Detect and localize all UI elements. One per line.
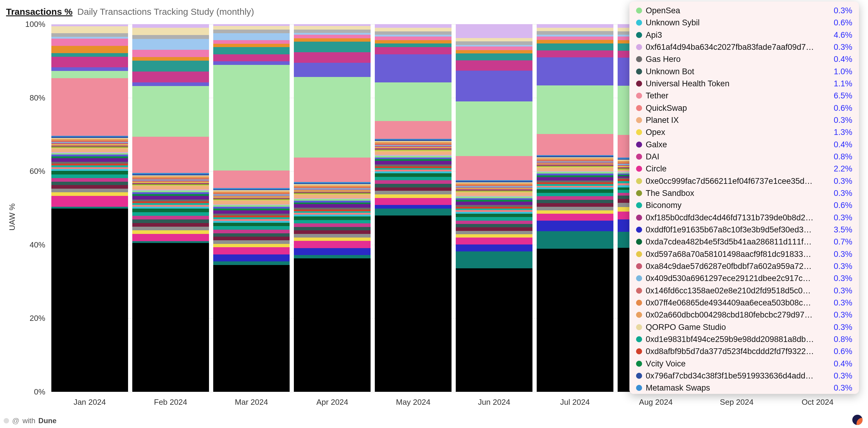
bar-segment[interactable]: [456, 268, 532, 392]
bar-segment[interactable]: [213, 261, 290, 265]
bar-segment[interactable]: [456, 38, 532, 41]
bar-segment[interactable]: [51, 67, 128, 71]
bar-segment[interactable]: [375, 188, 452, 191]
bar-segment[interactable]: [456, 214, 532, 217]
bar-segment[interactable]: [51, 33, 128, 37]
bar-segment[interactable]: [213, 47, 290, 54]
tooltip-row[interactable]: Unknown Bot1.0%: [636, 66, 852, 77]
bar-segment[interactable]: [294, 255, 371, 259]
bar-segment[interactable]: [294, 223, 371, 227]
bar-segment[interactable]: [456, 71, 532, 101]
bar-segment[interactable]: [375, 31, 452, 35]
bar-segment[interactable]: [375, 121, 452, 138]
bar-segment[interactable]: [51, 174, 128, 178]
bar-segment[interactable]: [537, 177, 613, 181]
bar-segment[interactable]: [294, 63, 371, 77]
bar-segment[interactable]: [132, 50, 209, 57]
bar-segment[interactable]: [51, 39, 128, 46]
bar-segment[interactable]: [132, 208, 209, 212]
bar-segment[interactable]: [132, 35, 209, 39]
bar-segment[interactable]: [213, 65, 290, 170]
bar-segment[interactable]: [456, 221, 532, 224]
bar-column[interactable]: Jul 2024: [537, 24, 613, 392]
bar-segment[interactable]: [213, 233, 290, 237]
bar-segment[interactable]: [213, 230, 290, 233]
bar-segment[interactable]: [294, 217, 371, 220]
bar-segment[interactable]: [294, 26, 371, 30]
bar-segment[interactable]: [294, 241, 371, 248]
bar-segment[interactable]: [456, 193, 532, 196]
tooltip-row[interactable]: Planet IX0.3%: [636, 114, 852, 126]
bar-segment[interactable]: [537, 24, 613, 28]
bar-segment[interactable]: [537, 214, 613, 221]
bar-segment[interactable]: [375, 24, 452, 28]
bar-segment[interactable]: [375, 54, 452, 83]
bar-segment[interactable]: [456, 224, 532, 227]
bar-segment[interactable]: [213, 210, 290, 214]
bar-segment[interactable]: [132, 220, 209, 223]
bar-segment[interactable]: [213, 223, 290, 226]
bar-segment[interactable]: [294, 38, 371, 42]
dune-logo-icon[interactable]: [852, 415, 863, 425]
bar-segment[interactable]: [51, 178, 128, 182]
tooltip-row[interactable]: 0xddf0f1e91635b67a8c10f3e3b9d5ef30ed382d…: [636, 224, 852, 236]
bar-segment[interactable]: [51, 26, 128, 33]
bar-segment[interactable]: [537, 43, 613, 51]
tooltip-row[interactable]: Tether6.5%: [636, 90, 852, 102]
tooltip-row[interactable]: Galxe0.4%: [636, 138, 852, 151]
tooltip-row[interactable]: 0x02a660dbcb004298cbd180febcbc279d97c531…: [636, 309, 852, 321]
bar-segment[interactable]: [294, 42, 371, 52]
chart-title[interactable]: Transactions %: [6, 7, 72, 17]
bar-segment[interactable]: [456, 46, 532, 50]
bar-segment[interactable]: [213, 247, 290, 254]
bar-segment[interactable]: [132, 71, 209, 83]
bar-segment[interactable]: [456, 50, 532, 54]
bar-segment[interactable]: [537, 86, 613, 134]
bar-segment[interactable]: [537, 231, 613, 249]
bar-segment[interactable]: [51, 158, 128, 162]
tooltip-row[interactable]: Unknown Sybil0.6%: [636, 17, 852, 29]
bar-segment[interactable]: [537, 203, 613, 207]
bar-segment[interactable]: [51, 149, 128, 152]
bar-segment[interactable]: [213, 30, 290, 33]
bar-segment[interactable]: [375, 198, 452, 205]
tooltip-row[interactable]: Biconomy0.6%: [636, 199, 852, 211]
bar-segment[interactable]: [537, 168, 613, 171]
bar-segment[interactable]: [375, 191, 452, 194]
bar-segment[interactable]: [213, 255, 290, 261]
bar-segment[interactable]: [132, 234, 209, 241]
bar-segment[interactable]: [213, 61, 290, 65]
bar-segment[interactable]: [294, 77, 371, 158]
bar-segment[interactable]: [132, 39, 209, 50]
bar-segment[interactable]: [132, 137, 209, 173]
bar-segment[interactable]: [375, 184, 452, 188]
tooltip-row[interactable]: Api34.6%: [636, 29, 852, 41]
bar-segment[interactable]: [456, 156, 532, 180]
bar-segment[interactable]: [294, 204, 371, 208]
bar-segment[interactable]: [537, 31, 613, 35]
bar-segment[interactable]: [294, 220, 371, 224]
bar-segment[interactable]: [132, 216, 209, 220]
bar-segment[interactable]: [537, 249, 613, 392]
bar-segment[interactable]: [213, 33, 290, 40]
bar-segment[interactable]: [213, 226, 290, 230]
tooltip-row[interactable]: 0xf61af4d94ba634c2027fba83fade7aaf09d700…: [636, 41, 852, 53]
bar-segment[interactable]: [132, 227, 209, 230]
bar-segment[interactable]: [375, 180, 452, 184]
bar-segment[interactable]: [213, 26, 290, 30]
bar-segment[interactable]: [375, 40, 452, 44]
bar-segment[interactable]: [51, 71, 128, 78]
bar-segment[interactable]: [375, 216, 452, 392]
bar-segment[interactable]: [537, 51, 613, 57]
bar-segment[interactable]: [375, 43, 452, 47]
bar-segment[interactable]: [213, 40, 290, 44]
bar-segment[interactable]: [213, 240, 290, 244]
tooltip-row[interactable]: DAI0.8%: [636, 151, 852, 163]
bar-segment[interactable]: [537, 193, 613, 197]
bar-segment[interactable]: [375, 83, 452, 121]
bar-segment[interactable]: [537, 28, 613, 31]
bar-segment[interactable]: [456, 54, 532, 60]
bar-segment[interactable]: [213, 170, 290, 188]
tooltip-row[interactable]: Opex1.3%: [636, 126, 852, 138]
bar-segment[interactable]: [294, 237, 371, 241]
